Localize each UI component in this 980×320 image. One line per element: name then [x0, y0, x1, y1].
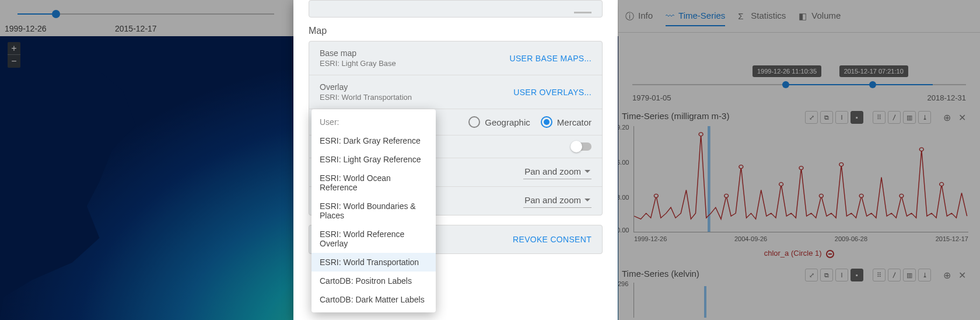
chevron-down-icon	[584, 199, 590, 201]
overlay-value: ESRI: World Transportation	[320, 93, 412, 102]
revoke-consent-link[interactable]: REVOKE CONSENT	[513, 235, 592, 244]
menu-item[interactable]: ESRI: World Boundaries & Places	[312, 197, 436, 225]
menu-item[interactable]: ESRI: World Reference Overlay	[312, 225, 436, 253]
basemap-label: Base map	[320, 48, 396, 58]
menu-item[interactable]: ESRI: Light Gray Reference	[312, 150, 436, 169]
overlay-dropdown-menu: User: ESRI: Dark Gray Reference ESRI: Li…	[312, 109, 436, 312]
chevron-down-icon	[584, 170, 590, 173]
user-overlays-link[interactable]: USER OVERLAYS...	[513, 88, 592, 97]
menu-item[interactable]: ESRI: World Ocean Reference	[312, 169, 436, 197]
basemap-value: ESRI: Light Gray Base	[320, 59, 396, 68]
overlay-label: Overlay	[320, 82, 412, 92]
menu-item[interactable]: ESRI: Dark Gray Reference	[312, 131, 436, 150]
section-title-map: Map	[309, 26, 603, 36]
menu-header: User:	[312, 113, 436, 131]
user-base-maps-link[interactable]: USER BASE MAPS...	[510, 54, 592, 63]
toggle-switch[interactable]	[572, 142, 592, 151]
menu-item-selected[interactable]: ESRI: World Transportation	[312, 253, 436, 272]
modal-backdrop-right	[618, 0, 980, 320]
radio-mercator[interactable]: Mercator	[541, 116, 592, 128]
interaction-select-2[interactable]: Pan and zoom	[523, 194, 592, 208]
menu-item[interactable]: CartoDB: Dark Matter Labels	[312, 290, 436, 309]
charts-panel: ⓘInfo 〰Time-Series ΣStatistics ◧Volume 1…	[618, 0, 980, 320]
overlay-row[interactable]: Overlay ESRI: World Transportation USER …	[309, 75, 602, 109]
radio-geographic[interactable]: Geographic	[468, 116, 530, 128]
basemap-row[interactable]: Base map ESRI: Light Gray Base USER BASE…	[309, 41, 602, 75]
interaction-select-1[interactable]: Pan and zoom	[523, 165, 592, 179]
previous-card-bottom	[309, 0, 603, 18]
menu-item[interactable]: CartoDB: Positron Labels	[312, 272, 436, 290]
